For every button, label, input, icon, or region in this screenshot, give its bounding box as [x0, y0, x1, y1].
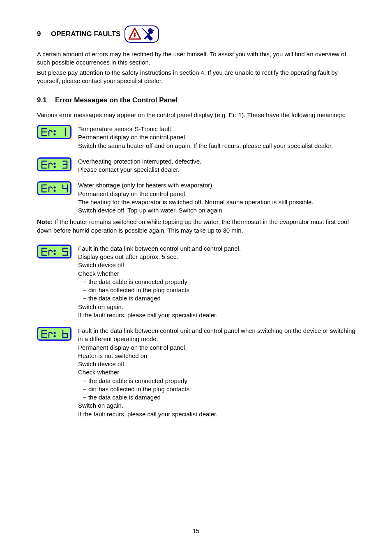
intro-paragraph-1: A certain amount of errors may be rectif… — [37, 50, 359, 67]
svg-point-8 — [54, 187, 55, 188]
svg-point-5 — [54, 134, 55, 135]
check-item: − dirt has collected in the plug contact… — [78, 385, 359, 393]
error-text: Temperature sensor S-Tronic fault. Perma… — [78, 125, 359, 150]
lcd-er3 — [37, 157, 78, 174]
error-row-5: Fault in the data link between control u… — [37, 245, 359, 319]
lcd-display-icon — [37, 181, 71, 195]
lcd-er5 — [37, 245, 78, 319]
error-text: Fault in the data link between control u… — [78, 327, 359, 418]
error-text: Overheating protection interrupted, defe… — [78, 157, 359, 174]
svg-point-7 — [54, 166, 55, 168]
error-row-1: Temperature sensor S-Tronic fault. Perma… — [37, 125, 359, 150]
warning-service-icon — [125, 25, 159, 43]
lcd-er6 — [37, 327, 78, 418]
error-text: Fault in the data link between control u… — [78, 245, 359, 319]
error-text: Water shortage (only for heaters with ev… — [78, 181, 359, 215]
lcd-er1 — [37, 125, 78, 150]
svg-point-11 — [54, 254, 55, 255]
lcd-display-icon — [37, 245, 71, 259]
lcd-display-icon — [37, 327, 71, 341]
check-item: − dirt has collected in the plug contact… — [78, 286, 359, 294]
check-item: − the data cable is connected properly — [78, 278, 359, 286]
lcd-display-icon — [37, 125, 71, 139]
section-title: OPERATING FAULTS — [51, 30, 120, 39]
error-row-6: Fault in the data link between control u… — [37, 327, 359, 418]
svg-point-9 — [54, 190, 55, 192]
intro-text: A certain amount of errors may be rectif… — [37, 50, 359, 85]
check-item: − the data cable is damaged — [78, 393, 359, 402]
svg-point-10 — [54, 250, 55, 252]
error-row-4: Water shortage (only for heaters with ev… — [37, 181, 359, 215]
subsection-number: 9.1 — [37, 96, 51, 105]
svg-point-4 — [54, 131, 55, 132]
check-item: − the data cable is damaged — [78, 294, 359, 302]
subsection-title: Error Messages on the Control Panel — [55, 96, 178, 105]
lcd-er4 — [37, 181, 78, 215]
check-item: − the data cable is connected properly — [78, 377, 359, 385]
lcd-display-icon — [37, 157, 71, 171]
page-number: 15 — [193, 527, 200, 535]
svg-point-6 — [54, 163, 55, 164]
subsection-intro: Various error messages may appear on the… — [37, 111, 359, 119]
subsection-heading: 9.1 Error Messages on the Control Panel — [37, 96, 359, 105]
section-number: 9 — [37, 30, 47, 39]
section-heading: 9 OPERATING FAULTS — [37, 25, 359, 43]
note-label: Note: — [37, 218, 53, 225]
note-text: If the heater remains switched on while … — [37, 218, 349, 233]
svg-point-12 — [54, 332, 55, 334]
note-er4: Note: If the heater remains switched on … — [37, 218, 359, 235]
svg-point-13 — [54, 336, 55, 337]
error-row-3: Overheating protection interrupted, defe… — [37, 157, 359, 174]
intro-paragraph-2: But please pay attention to the safety i… — [37, 69, 359, 85]
